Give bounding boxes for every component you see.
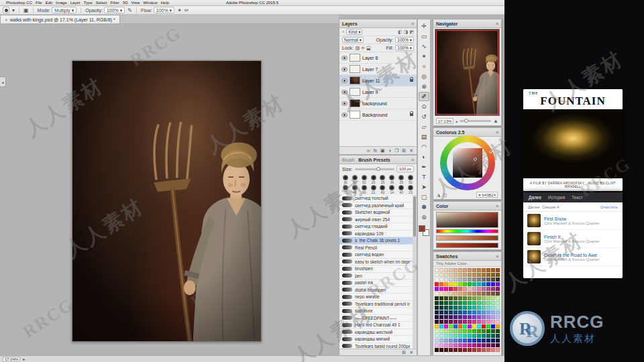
swatch[interactable] [482,296,486,300]
swatch[interactable] [472,310,476,314]
scrollbar-thumb[interactable] [413,196,416,237]
swatch[interactable] [458,292,462,296]
color-slider-2[interactable] [436,243,498,248]
swatch[interactable] [468,301,472,305]
brush-list-item[interactable]: digital brushpen [339,287,413,294]
swatch[interactable] [491,282,495,286]
menu-window[interactable]: Window [143,1,157,5]
brush-list-item[interactable]: карандаш мягкий [339,336,413,343]
swatch[interactable] [463,348,467,352]
dodge-tool-icon[interactable]: ◐ [419,152,429,162]
swatch[interactable] [491,320,495,324]
tab-brush-presets[interactable]: Brush Presets [358,158,390,162]
swatch[interactable] [463,306,467,310]
swatch[interactable] [477,301,481,305]
saturation-value-square[interactable] [453,148,482,178]
swatch[interactable] [491,287,495,291]
swatch[interactable] [468,273,472,277]
brush-list-item[interactable]: Hard red Charcoal 49 1 [339,322,413,329]
layer-thumbnail[interactable] [350,65,360,73]
brush-list-item[interactable]: скетчед различный край [339,202,413,210]
swatch[interactable] [472,324,476,328]
swatch[interactable] [453,282,458,286]
brush-preset[interactable]: 30 [351,175,359,184]
brush-list-item[interactable]: жирный inker 254 [339,217,413,224]
panel-menu-icon[interactable]: ≡ [496,254,498,259]
swatch[interactable] [477,310,481,314]
swatch[interactable] [458,310,462,314]
swatch[interactable] [453,339,458,343]
swatch[interactable] [477,278,481,282]
layer-fill-select[interactable]: 100% ▾ [395,45,414,51]
swatch[interactable] [477,343,481,347]
swatch[interactable] [482,273,486,277]
visibility-eye-icon[interactable] [341,113,347,117]
brush-preset[interactable]: 23 [407,185,415,194]
swatch[interactable] [458,306,462,310]
swatch[interactable] [458,329,462,333]
sv-marker[interactable] [474,158,477,161]
brush-preset[interactable]: 45 [351,185,359,194]
tab-brush[interactable]: Brush [342,158,354,162]
layer-row[interactable]: Background [339,109,417,121]
swatch[interactable] [458,343,462,347]
swatch[interactable] [463,282,467,286]
layer-thumbnail[interactable] [350,76,360,84]
layer-effects-icon[interactable]: fx [374,148,377,153]
swatch[interactable] [491,310,495,314]
swatch[interactable] [439,287,443,291]
swatch[interactable] [468,268,472,272]
swatch[interactable] [453,296,458,300]
swatch[interactable] [435,334,439,338]
swatch[interactable] [453,343,458,347]
filter-icons[interactable]: ◧ ◨ ◩ [398,29,414,35]
delete-brush-icon[interactable]: ✕ [409,350,413,355]
brush-preset[interactable]: 36 [388,175,396,184]
swatch[interactable] [458,268,462,272]
brush-list-item[interactable]: Tsvetkars traditional pencil ink [339,301,413,308]
swatch[interactable] [453,324,458,328]
brush-preset[interactable]: 60 [379,185,387,194]
swatch[interactable] [453,278,458,282]
hex-value[interactable]: # 943B24 [476,192,498,198]
layer-group-icon[interactable]: ❐ [394,148,398,154]
track-title[interactable]: First Snow [544,217,599,221]
triangle-mode-icon[interactable]: ◮ [437,192,440,198]
swatch[interactable] [468,287,472,291]
eyedropper-tool-icon[interactable]: ◎ [419,72,429,81]
swatch[interactable] [453,287,458,291]
swatch[interactable] [458,296,462,300]
swatch[interactable] [463,301,467,305]
swatch[interactable] [449,329,453,333]
swatch[interactable] [472,348,476,352]
swatch[interactable] [444,287,448,291]
brush-preset[interactable]: 43 [397,185,405,194]
navigator-zoom-value[interactable]: 17.13% [436,118,453,124]
swatch[interactable] [477,315,481,319]
swatch[interactable] [435,273,439,277]
swatch[interactable] [482,320,486,324]
brush-list-item[interactable]: Tsvetkars basid round 200px [339,343,413,349]
swatch[interactable] [449,320,453,324]
toggle-brush-panel-icon[interactable]: ▣ [23,7,29,13]
swatch[interactable] [486,315,490,319]
swatch[interactable] [453,329,458,333]
crop-tool-icon[interactable]: ⌗ [419,62,429,71]
swatch[interactable] [453,301,458,305]
navigator-zoom-slider[interactable] [460,120,491,122]
layer-opacity-select[interactable]: 100% ▾ [395,37,414,43]
brush-list-item[interactable]: brushpen [339,265,413,273]
layer-thumbnail[interactable] [350,88,360,96]
swatch[interactable] [449,315,453,319]
swatch[interactable] [482,334,486,338]
swatch[interactable] [439,339,443,343]
swatch[interactable] [482,315,486,319]
swatch[interactable] [444,339,448,343]
swatch[interactable] [453,292,458,296]
clear-queue-link[interactable]: Очистить [600,205,618,209]
tab-navigator[interactable]: Navigator [436,21,458,26]
swatch[interactable] [486,268,490,272]
swatch[interactable] [491,273,495,277]
menu-edit[interactable]: Edit [46,1,52,5]
swatch[interactable] [444,324,448,328]
